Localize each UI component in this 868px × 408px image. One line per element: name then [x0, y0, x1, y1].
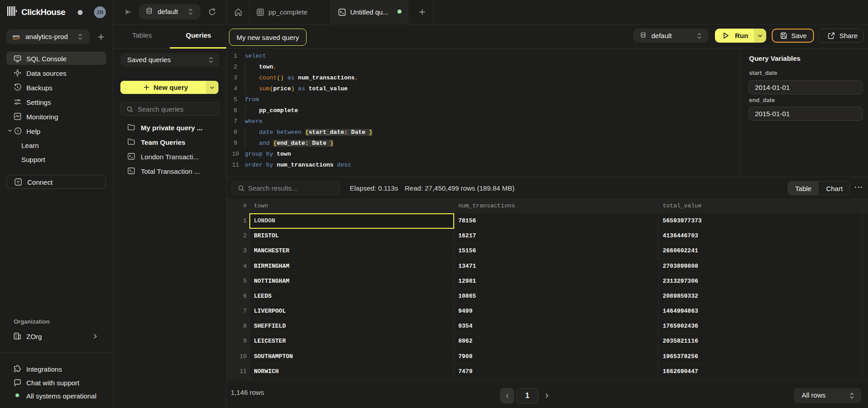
svg-text:aws: aws — [13, 34, 20, 38]
svg-text:?: ? — [17, 129, 19, 133]
